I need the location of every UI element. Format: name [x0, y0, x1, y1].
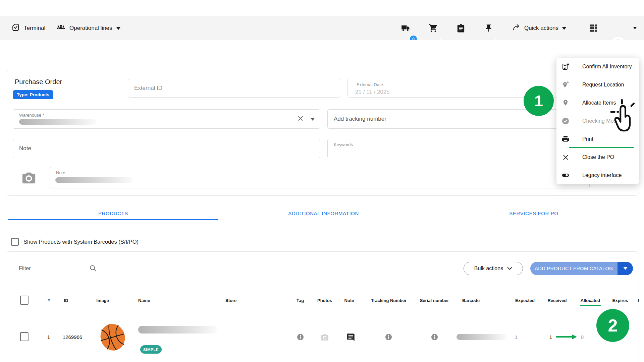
- po-tabs: PRODUCTS ADDITIONAL INFORMATION SERVICES…: [8, 206, 639, 220]
- tracking-placeholder: Add tracking number: [334, 116, 386, 122]
- page-header: Search More: [0, 40, 644, 63]
- annotation-step-1: 1: [524, 86, 554, 116]
- menu-item-request-location[interactable]: Request Location: [556, 76, 639, 94]
- terminal-icon: [11, 23, 20, 33]
- add-product-button[interactable]: ADD PRODUCT FROM CATALOG: [530, 262, 633, 275]
- col-clipped: B: [638, 298, 639, 303]
- apps-grid-button[interactable]: [589, 24, 598, 33]
- type-products-chip: Type: Products: [13, 90, 53, 99]
- pushpin-button[interactable]: [484, 24, 493, 33]
- more-menu-dropdown: Confirm All Inventory Request Location A…: [556, 58, 639, 184]
- products-table-card: Filter Bulk actions ADD PRODUCT FROM CAT…: [6, 251, 639, 362]
- menu-item-checking-mode[interactable]: Checking Mode: [556, 112, 639, 130]
- row-divider: [6, 357, 639, 357]
- clipboard-plus-icon: [561, 63, 570, 71]
- note-field[interactable]: Note: [13, 139, 320, 158]
- location-pin-icon: [561, 99, 570, 107]
- col-tracking-number: Tracking Number: [371, 298, 407, 303]
- photos-camera-icon[interactable]: [320, 333, 329, 343]
- location-pin-plus-icon: [561, 81, 570, 89]
- toggle-on-icon: [561, 171, 570, 179]
- col-expected: Expected: [515, 298, 535, 303]
- col-note: Note: [344, 298, 354, 303]
- row-received: 1: [549, 334, 552, 340]
- row-checkbox[interactable]: [20, 332, 29, 341]
- quick-actions-label: Quick actions: [524, 25, 558, 32]
- menu-item-close-the-po[interactable]: Close the PO: [556, 148, 639, 166]
- camera-icon[interactable]: [21, 170, 37, 187]
- keywords-label: Keywords: [334, 142, 353, 147]
- select-all-checkbox[interactable]: [20, 296, 29, 305]
- chevron-down-icon: [116, 25, 120, 32]
- operational-lines-button[interactable]: Operational lines: [56, 16, 120, 40]
- cart-button[interactable]: [429, 23, 438, 33]
- allocation-arrow-icon: [556, 335, 578, 341]
- close-icon: [561, 153, 570, 161]
- product-name-redacted: [138, 326, 217, 334]
- tab-products[interactable]: PRODUCTS: [8, 206, 218, 220]
- filter-input[interactable]: Filter: [19, 265, 31, 272]
- row-expected: 1: [515, 334, 518, 340]
- col-image: Image: [96, 298, 109, 303]
- chevron-down-icon[interactable]: [311, 116, 315, 122]
- avatar-chevron-icon[interactable]: [633, 27, 637, 29]
- photo-note-label: Note: [56, 170, 65, 175]
- serial-info-icon[interactable]: [431, 333, 438, 342]
- show-barcodes-label: Show Products with System Barcodes (S/I/…: [23, 239, 139, 245]
- terminal-button[interactable]: Terminal: [11, 16, 45, 40]
- col-received: Received: [547, 298, 567, 303]
- menu-label: Legacy interface: [582, 172, 622, 178]
- menu-item-allocate-items[interactable]: Allocate Items: [556, 94, 639, 112]
- menu-item-print[interactable]: Print: [556, 130, 639, 148]
- col-serial-number: Serial number: [420, 298, 449, 303]
- tag-info-icon[interactable]: [297, 333, 304, 342]
- menu-label: Allocate Items: [582, 100, 616, 106]
- bulk-actions-button[interactable]: Bulk actions: [464, 262, 523, 275]
- menu-item-confirm-all-inventory[interactable]: Confirm All Inventory: [556, 58, 639, 76]
- col-barcode: Barcode: [462, 298, 480, 303]
- add-product-dropdown[interactable]: [618, 262, 633, 275]
- shipments-truck-button[interactable]: [401, 23, 411, 33]
- col-name: Name: [138, 298, 150, 303]
- tracking-info-icon[interactable]: [385, 333, 392, 342]
- redo-arrow-icon: [513, 23, 521, 33]
- printer-icon: [561, 135, 570, 143]
- menu-label: Request Location: [582, 82, 624, 88]
- product-image-basketball[interactable]: [100, 323, 126, 353]
- show-barcodes-checkbox[interactable]: [11, 238, 19, 246]
- allocate-items-highlight-underline: [569, 147, 634, 148]
- warehouse-label: Warehouse *: [19, 113, 44, 118]
- col-photos: Photos: [317, 298, 332, 303]
- warehouse-value-redacted: [19, 119, 96, 125]
- col-allocated: Allocated: [581, 298, 600, 303]
- clear-icon[interactable]: [297, 115, 304, 123]
- row-id: 1269966: [63, 334, 82, 340]
- external-date-value: 21 / 11 / 2025: [355, 89, 390, 96]
- chevron-down-icon: [507, 267, 512, 270]
- check-circle-icon: [561, 117, 570, 125]
- menu-item-legacy-interface[interactable]: Legacy interface: [556, 166, 639, 184]
- menu-label: Confirm All Inventory: [582, 64, 632, 70]
- col-tag: Tag: [297, 298, 304, 303]
- quick-actions-button[interactable]: Quick actions: [513, 16, 566, 40]
- product-type-chip: SIMPLE: [140, 345, 162, 354]
- bulk-actions-label: Bulk actions: [474, 265, 503, 272]
- menu-label: Print: [582, 136, 593, 142]
- external-id-placeholder: External ID: [134, 85, 162, 92]
- terminal-label: Terminal: [24, 25, 45, 32]
- photo-note-value-redacted: [55, 177, 132, 183]
- warehouse-select[interactable]: Warehouse *: [13, 109, 320, 129]
- note-comment-icon[interactable]: [346, 333, 355, 343]
- chevron-down-icon: [623, 267, 628, 270]
- clipboard-button[interactable]: [457, 23, 466, 33]
- tab-additional-information[interactable]: ADDITIONAL INFORMATION: [218, 206, 429, 220]
- allocated-highlight-underline: [580, 305, 601, 306]
- external-id-field[interactable]: External ID: [128, 79, 340, 98]
- col-num: #: [47, 298, 50, 303]
- photo-note-field[interactable]: Note: [50, 167, 590, 188]
- tab-services-for-po[interactable]: SERVICES FOR PO: [429, 206, 639, 220]
- row-num: 1: [47, 334, 50, 340]
- filter-search-icon[interactable]: [89, 264, 97, 274]
- external-date-label: External Date: [357, 82, 383, 87]
- col-id: ID: [64, 298, 68, 303]
